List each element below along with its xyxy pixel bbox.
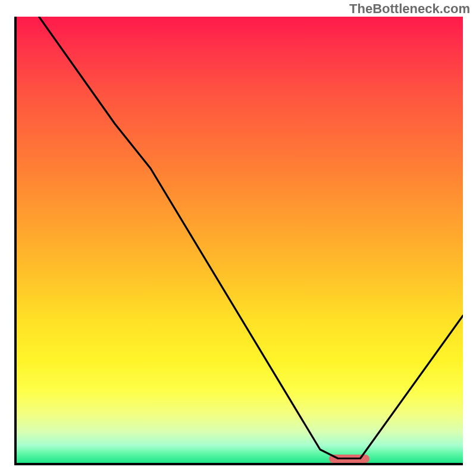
plot-area	[14, 17, 463, 465]
watermark-text: TheBottleneck.com	[349, 1, 470, 17]
chart-canvas: TheBottleneck.com	[0, 0, 476, 476]
bottleneck-curve	[17, 17, 463, 463]
